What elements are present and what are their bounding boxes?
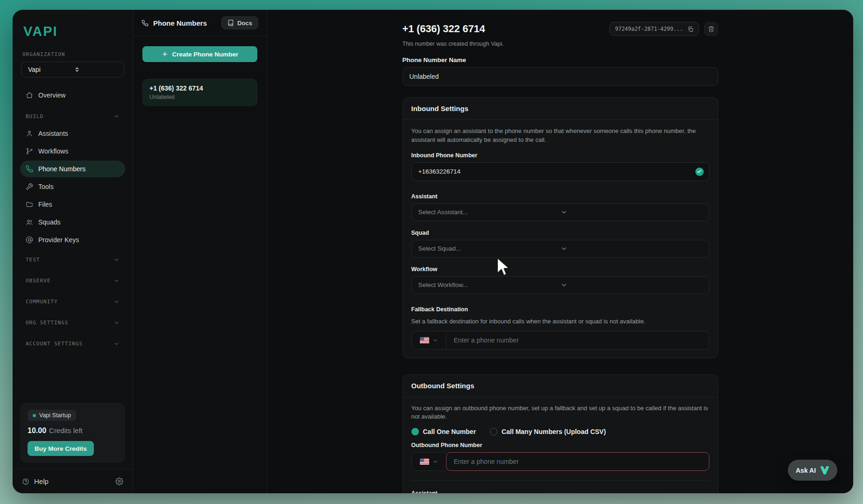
sidebar-section-org-settings[interactable]: ORG SETTINGS xyxy=(20,312,125,333)
users-icon xyxy=(26,218,33,226)
sidebar-item-label: Workflows xyxy=(38,147,68,155)
outbound-settings-title: Outbound Settings xyxy=(403,375,718,397)
wrench-icon xyxy=(26,183,33,190)
sidebar-footer: Help xyxy=(13,469,133,493)
id-value: 97249a2f-2871-4299... xyxy=(615,26,683,32)
main-area: +1 (636) 322 6714 97249a2f-2871-4299... xyxy=(267,10,853,493)
sidebar-section-build[interactable]: BUILD xyxy=(20,108,125,124)
divider xyxy=(411,480,709,481)
outbound-assistant-label: Assistant xyxy=(411,490,709,493)
fallback-destination-label: Fallback Destination xyxy=(411,306,709,313)
credits-amount: 10.00 xyxy=(28,427,46,434)
gear-icon[interactable] xyxy=(115,477,123,485)
chevron-down-icon xyxy=(560,281,702,288)
created-through-note: This number was created through Vapi. xyxy=(403,41,718,47)
home-icon xyxy=(26,91,33,99)
app-window: VAPI ORGANIZATION Vapi Overview BUILD xyxy=(13,10,853,493)
plus-icon xyxy=(162,51,168,57)
sidebar-section-account-settings[interactable]: ACCOUNT SETTINGS xyxy=(20,333,125,354)
sidebar-section-observe[interactable]: OBSERVE xyxy=(20,270,125,291)
panel-body: Create Phone Number +1 (636) 322 6714 Un… xyxy=(133,36,267,116)
sidebar-item-files[interactable]: Files xyxy=(20,196,125,213)
sidebar-item-label: Overview xyxy=(38,91,65,99)
us-flag-icon xyxy=(420,337,429,343)
assistant-label: Assistant xyxy=(411,193,709,200)
create-phone-number-button[interactable]: Create Phone Number xyxy=(142,46,257,62)
buy-more-credits-button[interactable]: Buy More Credits xyxy=(28,441,94,456)
ask-ai-button[interactable]: Ask AI xyxy=(788,460,837,481)
phone-number-id-chip[interactable]: 97249a2f-2871-4299... xyxy=(609,22,699,36)
sidebar-section-test[interactable]: TEST xyxy=(20,249,125,270)
inbound-description: You can assign an assistant to the phone… xyxy=(411,127,709,145)
radio-call-many-numbers[interactable]: Call Many Numbers (Upload CSV) xyxy=(490,428,606,435)
delete-phone-number-button[interactable] xyxy=(704,22,718,36)
list-item-name: Unlabeled xyxy=(149,94,250,100)
sidebar-item-label: Files xyxy=(38,201,52,208)
copy-icon[interactable] xyxy=(687,26,693,32)
phone-number-name-input[interactable] xyxy=(403,67,718,86)
sidebar-item-overview[interactable]: Overview xyxy=(20,87,125,104)
sidebar-item-workflows[interactable]: Workflows xyxy=(20,143,125,160)
outbound-settings-card: Outbound Settings You can assign an outb… xyxy=(403,374,718,493)
phone-icon xyxy=(141,20,149,27)
phone-number-list-item[interactable]: +1 (636) 322 6714 Unlabeled xyxy=(142,79,257,106)
fallback-phone-group: Enter a phone number xyxy=(411,331,709,350)
assistant-select[interactable]: Select Assistant... xyxy=(411,203,709,221)
country-select[interactable] xyxy=(411,452,446,471)
inbound-phone-number-input[interactable]: +16363226714 xyxy=(411,162,709,181)
page-title: +1 (636) 322 6714 xyxy=(403,23,485,35)
squad-select[interactable]: Select Squad... xyxy=(411,240,709,258)
chevron-down-icon xyxy=(432,459,438,464)
panel-title: Phone Numbers xyxy=(153,19,207,27)
credits-card: Vapi Startup 10.00Credits left Buy More … xyxy=(21,403,125,462)
sidebar-item-label: Assistants xyxy=(38,130,68,137)
at-sign-icon xyxy=(26,236,33,244)
help-circle-icon[interactable] xyxy=(22,478,29,485)
country-select[interactable] xyxy=(411,331,446,350)
inbound-settings-card: Inbound Settings You can assign an assis… xyxy=(403,97,718,358)
main-content: +1 (636) 322 6714 97249a2f-2871-4299... xyxy=(403,10,718,493)
inbound-phone-number-label: Inbound Phone Number xyxy=(411,152,709,159)
outbound-mode-radios: Call One Number Call Many Numbers (Uploa… xyxy=(411,428,709,435)
vapi-logo: VAPI xyxy=(23,24,133,39)
docs-button[interactable]: Docs xyxy=(221,16,258,29)
chevron-down-icon xyxy=(113,341,120,347)
radio-selected-icon xyxy=(411,428,419,435)
outbound-phone-input[interactable]: Enter a phone number xyxy=(446,452,709,471)
credits-caption: Credits left xyxy=(49,427,83,434)
fallback-phone-input[interactable]: Enter a phone number xyxy=(446,331,709,350)
sidebar-item-assistants[interactable]: Assistants xyxy=(20,125,125,142)
sidebar-item-phone-numbers[interactable]: Phone Numbers xyxy=(20,161,125,177)
chevron-down-icon xyxy=(560,209,702,216)
phone-icon xyxy=(26,165,33,173)
folder-icon xyxy=(26,201,33,208)
sidebar-nav: Overview BUILD Assistants Workflows xyxy=(13,87,133,354)
chevron-down-icon xyxy=(113,257,120,263)
organization-value: Vapi xyxy=(28,66,74,73)
sidebar-item-provider-keys[interactable]: Provider Keys xyxy=(20,231,125,248)
sidebar-item-squads[interactable]: Squads xyxy=(20,214,125,231)
vapi-v-icon xyxy=(820,466,829,475)
sidebar-item-tools[interactable]: Tools xyxy=(20,178,125,195)
radio-call-one-number[interactable]: Call One Number xyxy=(411,428,476,435)
inbound-settings-title: Inbound Settings xyxy=(403,98,718,120)
credits-left: 10.00Credits left xyxy=(28,427,118,435)
squad-label: Squad xyxy=(411,230,709,236)
workflow-select[interactable]: Select Workflow... xyxy=(411,276,709,294)
chevron-down-icon xyxy=(113,320,120,326)
sidebar-item-label: Phone Numbers xyxy=(38,165,85,173)
outbound-phone-group: Enter a phone number xyxy=(411,452,709,471)
chevron-down-icon xyxy=(113,299,120,305)
workflow-icon xyxy=(26,147,33,155)
sidebar: VAPI ORGANIZATION Vapi Overview BUILD xyxy=(13,10,133,493)
organization-select[interactable]: Vapi xyxy=(21,62,124,77)
phone-numbers-panel: Phone Numbers Docs Create Phone Number +… xyxy=(133,10,267,493)
select-updown-icon xyxy=(74,66,120,73)
person-icon xyxy=(26,130,33,137)
check-circle-icon xyxy=(695,168,704,176)
sidebar-item-label: Provider Keys xyxy=(38,236,79,244)
radio-unselected-icon xyxy=(490,428,497,435)
help-label[interactable]: Help xyxy=(34,477,49,485)
workflow-label: Workflow xyxy=(411,266,709,273)
sidebar-section-community[interactable]: COMMUNITY xyxy=(20,291,125,312)
